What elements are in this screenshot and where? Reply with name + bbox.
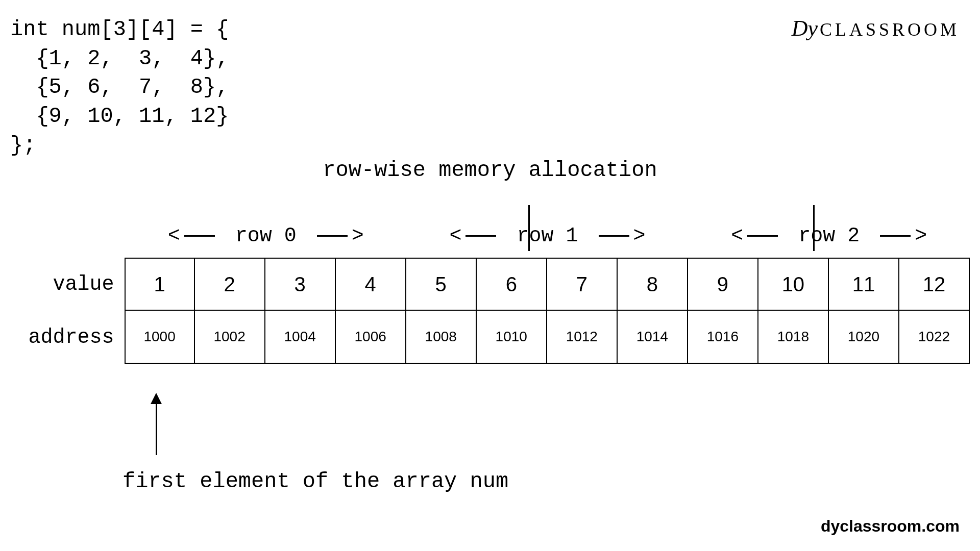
first-element-label: first element of the array num [122, 469, 508, 494]
logo-script: Dy [792, 16, 818, 41]
value-cell: 3 [265, 258, 336, 311]
value-cell: 11 [829, 258, 899, 311]
value-cell: 12 [899, 258, 970, 311]
value-cell: 10 [758, 258, 829, 311]
address-cell: 1018 [758, 311, 829, 364]
row-header-1: < row 1 > [407, 224, 689, 247]
address-cell: 1016 [688, 311, 758, 364]
address-cell: 1006 [336, 311, 406, 364]
logo-text: CLASSROOM [820, 19, 960, 40]
logo: DyCLASSROOM [792, 15, 960, 41]
address-cell: 1014 [618, 311, 688, 364]
row-header-2-label: row 2 [798, 224, 860, 247]
row-header-2: < row 2 > [688, 224, 970, 247]
diagram-title: row-wise memory allocation [323, 158, 657, 183]
value-cell: 1 [125, 258, 195, 311]
address-cell: 1002 [195, 311, 265, 364]
address-cell: 1020 [829, 311, 899, 364]
value-row-label: value [10, 258, 125, 311]
address-cell: 1022 [899, 311, 970, 364]
value-cell: 2 [195, 258, 265, 311]
value-cell: 5 [406, 258, 477, 311]
row-header-0-label: row 0 [235, 224, 297, 247]
code-declaration: int num[3][4] = { {1, 2, 3, 4}, {5, 6, 7… [10, 15, 229, 160]
value-cell: 4 [336, 258, 406, 311]
row-header-1-label: row 1 [517, 224, 578, 247]
row-headers: < row 0 > < row 1 > < row 2 > [125, 224, 970, 247]
address-cell: 1010 [477, 311, 547, 364]
address-cell: 1000 [125, 311, 195, 364]
footer-credit: dyclassroom.com [821, 517, 960, 536]
first-element-arrow [151, 393, 162, 455]
address-cell: 1012 [547, 311, 618, 364]
value-cell: 8 [618, 258, 688, 311]
memory-table: value 1 2 3 4 5 6 7 8 9 10 11 12 address… [10, 258, 970, 364]
memory-diagram: < row 0 > < row 1 > < row 2 > value 1 2 … [10, 224, 970, 364]
address-cell: 1008 [406, 311, 477, 364]
value-row: value 1 2 3 4 5 6 7 8 9 10 11 12 [10, 258, 970, 311]
value-cell: 7 [547, 258, 618, 311]
row-header-0: < row 0 > [125, 224, 407, 247]
address-cell: 1004 [265, 311, 336, 364]
address-row-label: address [10, 311, 125, 364]
address-row: address 1000 1002 1004 1006 1008 1010 10… [10, 311, 970, 364]
value-cell: 6 [477, 258, 547, 311]
value-cell: 9 [688, 258, 758, 311]
